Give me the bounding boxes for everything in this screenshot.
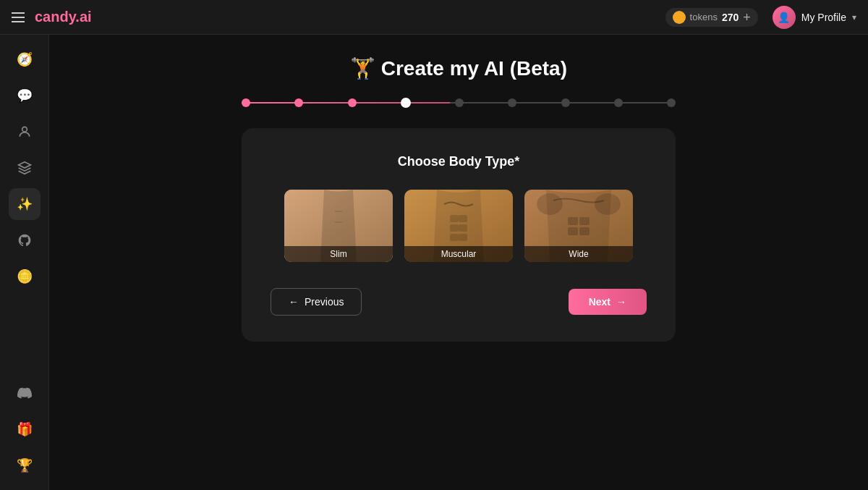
step-dot-7: [561, 98, 570, 107]
brand-text: candy: [35, 9, 75, 25]
step-dot-6: [508, 98, 516, 107]
body-type-card: Choose Body Type*: [242, 128, 676, 342]
main-content: 🏋 Create my AI (Beta): [49, 35, 868, 490]
brand-logo: candy.ai: [35, 9, 92, 25]
next-button[interactable]: Next →: [569, 289, 647, 315]
avatar: 👤: [773, 6, 796, 29]
svg-rect-5: [450, 215, 459, 222]
profile-name: My Profile: [801, 12, 846, 23]
navbar: candy.ai tokens 270 + 👤 My Profile ▾: [0, 0, 868, 35]
hamburger-button[interactable]: [12, 12, 25, 22]
body-type-options: Slim: [271, 190, 647, 262]
sidebar-item-discord[interactable]: [9, 377, 41, 409]
step-dot-3: [348, 98, 357, 107]
sidebar: 🧭 💬 ✨ 🪙: [0, 35, 49, 490]
token-coin-icon: [673, 11, 686, 24]
card-title: Choose Body Type*: [271, 154, 647, 169]
sidebar-item-coin[interactable]: 🪙: [9, 261, 41, 292]
navbar-right: tokens 270 + 👤 My Profile ▾: [665, 6, 856, 29]
navbar-left: candy.ai: [12, 9, 92, 25]
layout: 🧭 💬 ✨ 🪙: [0, 35, 868, 490]
sidebar-top: 🧭 💬 ✨ 🪙: [9, 43, 41, 292]
tokens-pill[interactable]: tokens 270 +: [665, 8, 758, 27]
stepper: [242, 98, 676, 108]
step-dot-9: [667, 98, 676, 107]
previous-button[interactable]: ← Previous: [271, 288, 362, 316]
svg-rect-10: [459, 234, 467, 241]
step-dot-1: [242, 98, 250, 107]
svg-point-0: [22, 127, 27, 132]
tokens-label: tokens: [690, 12, 718, 22]
step-dot-5: [455, 98, 464, 107]
sidebar-item-github[interactable]: [9, 224, 41, 256]
prev-button-label: Previous: [305, 296, 344, 308]
sidebar-item-explore[interactable]: 🧭: [9, 43, 41, 75]
svg-rect-13: [579, 217, 590, 225]
chevron-down-icon: ▾: [852, 12, 856, 22]
sidebar-item-models[interactable]: [9, 116, 41, 148]
wide-label: Wide: [524, 246, 633, 262]
slim-label: Slim: [284, 246, 393, 262]
card-buttons: ← Previous Next →: [271, 288, 647, 316]
page-title: 🏋 Create my AI (Beta): [350, 56, 567, 80]
svg-point-17: [595, 193, 621, 215]
muscular-label: Muscular: [404, 246, 513, 262]
body-type-muscular[interactable]: Muscular: [404, 190, 513, 262]
svg-rect-14: [568, 227, 578, 235]
body-type-slim[interactable]: Slim: [284, 190, 393, 262]
sidebar-item-trophy[interactable]: 🏆: [9, 449, 41, 481]
profile-section[interactable]: 👤 My Profile ▾: [773, 6, 856, 29]
next-button-label: Next: [589, 296, 610, 308]
add-tokens-button[interactable]: +: [743, 11, 751, 24]
sidebar-item-chat[interactable]: 💬: [9, 80, 41, 111]
brand-suffix: .ai: [75, 9, 91, 25]
sidebar-item-create[interactable]: [9, 152, 41, 184]
next-arrow-icon: →: [616, 296, 626, 308]
step-dot-4: [401, 98, 411, 108]
step-dot-2: [294, 98, 303, 107]
svg-rect-8: [459, 224, 467, 232]
svg-rect-6: [459, 215, 467, 222]
prev-arrow-icon: ←: [289, 296, 299, 308]
svg-rect-15: [579, 227, 590, 235]
svg-point-16: [537, 193, 563, 215]
step-dots: [242, 98, 676, 108]
body-type-wide[interactable]: Wide: [524, 190, 633, 262]
tokens-count: 270: [722, 12, 739, 23]
step-dot-8: [614, 98, 623, 107]
svg-rect-7: [450, 224, 459, 232]
sidebar-item-magic[interactable]: ✨: [9, 188, 41, 220]
svg-rect-9: [450, 234, 459, 241]
sidebar-bottom: 🎁 🏆: [9, 377, 41, 481]
stepper-container: [242, 98, 676, 108]
svg-rect-12: [568, 217, 578, 225]
sidebar-item-gift[interactable]: 🎁: [9, 413, 41, 445]
